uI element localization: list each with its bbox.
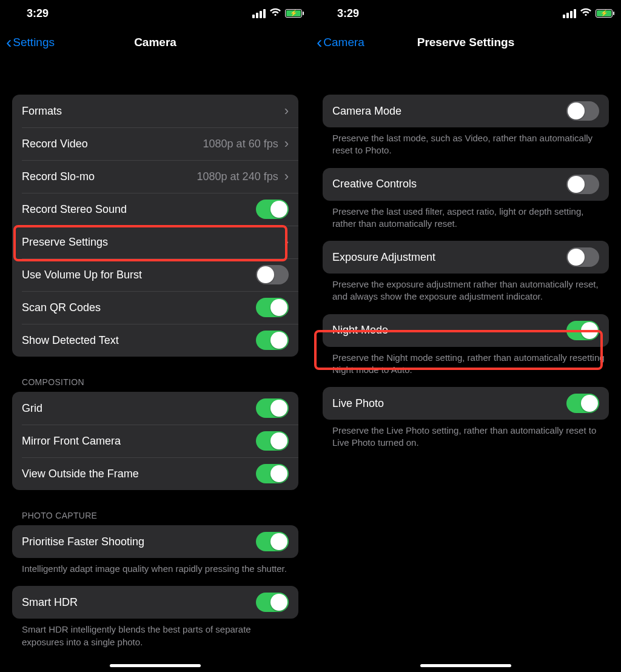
toggle-outside[interactable]	[256, 464, 289, 483]
row-value: 1080p at 60 fps	[203, 138, 278, 150]
section-header-photo-capture: Photo Capture	[22, 511, 298, 520]
row-label: Camera Mode	[332, 105, 401, 118]
row-label: Night Mode	[332, 324, 388, 337]
section-header-composition: Composition	[22, 377, 298, 387]
row-label: Exposure Adjustment	[332, 251, 435, 264]
row-volume-burst: Use Volume Up for Burst	[12, 258, 298, 291]
toggle-smart-hdr[interactable]	[256, 593, 289, 612]
toggle-exposure[interactable]	[566, 247, 599, 267]
nav-header: ‹ Camera Preserve Settings	[310, 27, 621, 58]
settings-content: Camera Mode Preserve the last mode, such…	[310, 95, 621, 474]
chevron-left-icon: ‹	[317, 34, 322, 51]
group-composition: Grid Mirror Front Camera View Outside th…	[12, 392, 298, 490]
battery-icon: ⚡	[596, 9, 613, 18]
group-creative: Creative Controls	[323, 168, 609, 201]
group-exposure: Exposure Adjustment	[323, 241, 609, 274]
group-camera-mode: Camera Mode	[323, 95, 609, 127]
screen-preserve-settings: 3:29 ⚡ ‹ Camera Preserve Settings Camera…	[310, 0, 621, 672]
toggle-volume-burst[interactable]	[256, 265, 289, 284]
footer-prioritise: Intelligently adapt image quality when r…	[12, 558, 298, 575]
home-indicator[interactable]	[420, 664, 511, 667]
group-night: Night Mode	[323, 314, 609, 347]
toggle-creative[interactable]	[566, 175, 599, 194]
row-outside-frame: View Outside the Frame	[12, 457, 298, 490]
settings-content: Formats › Record Video 1080p at 60 fps ›…	[0, 95, 310, 672]
toggle-mirror[interactable]	[256, 431, 289, 451]
chevron-right-icon: ›	[284, 170, 289, 183]
row-grid: Grid	[12, 392, 298, 425]
row-camera-mode: Camera Mode	[323, 95, 609, 127]
status-bar: 3:29 ⚡	[310, 0, 621, 27]
back-button[interactable]: ‹ Camera	[310, 34, 364, 51]
status-time: 3:29	[27, 7, 49, 20]
footer-creative: Preserve the last used filter, aspect ra…	[323, 201, 609, 230]
back-label: Settings	[13, 36, 55, 49]
row-label: Prioritise Faster Shooting	[22, 536, 144, 548]
toggle-grid[interactable]	[256, 398, 289, 418]
home-indicator[interactable]	[110, 664, 201, 667]
cellular-icon	[252, 9, 266, 18]
footer-smart-hdr: Smart HDR intelligently blends the best …	[12, 619, 298, 648]
row-label: Record Stereo Sound	[22, 203, 127, 216]
row-label: Smart HDR	[22, 596, 78, 609]
toggle-prioritise[interactable]	[256, 532, 289, 551]
group-prioritise: Prioritise Faster Shooting	[12, 525, 298, 558]
row-label: Formats	[22, 105, 62, 118]
row-label: Record Video	[22, 138, 88, 150]
row-formats[interactable]: Formats ›	[12, 95, 298, 127]
row-value: 1080p at 240 fps	[197, 170, 278, 183]
row-record-stereo: Record Stereo Sound	[12, 193, 298, 226]
row-smart-hdr: Smart HDR	[12, 586, 298, 619]
row-prioritise: Prioritise Faster Shooting	[12, 525, 298, 558]
back-label: Camera	[323, 36, 364, 49]
row-scan-qr: Scan QR Codes	[12, 291, 298, 324]
row-record-slomo[interactable]: Record Slo-mo 1080p at 240 fps ›	[12, 160, 298, 193]
back-button[interactable]: ‹ Settings	[0, 34, 55, 51]
row-label: Scan QR Codes	[22, 301, 101, 314]
row-night-mode: Night Mode	[323, 314, 609, 347]
row-record-video[interactable]: Record Video 1080p at 60 fps ›	[12, 127, 298, 160]
screen-camera-settings: 3:29 ⚡ ‹ Settings Camera Formats ›	[0, 0, 310, 672]
group-live: Live Photo	[323, 387, 609, 420]
toggle-camera-mode[interactable]	[566, 101, 599, 121]
status-icons: ⚡	[252, 8, 302, 19]
row-live-photo: Live Photo	[323, 387, 609, 420]
chevron-left-icon: ‹	[6, 34, 12, 51]
cellular-icon	[563, 9, 576, 18]
row-label: Live Photo	[332, 397, 384, 410]
chevron-right-icon: ›	[284, 104, 289, 118]
row-label: View Outside the Frame	[22, 468, 139, 480]
footer-exposure: Preserve the exposure adjustment rather …	[323, 274, 609, 303]
row-mirror: Mirror Front Camera	[12, 425, 298, 457]
toggle-record-stereo[interactable]	[256, 200, 289, 219]
toggle-night[interactable]	[566, 321, 599, 340]
row-label: Creative Controls	[332, 178, 417, 190]
row-label: Record Slo-mo	[22, 170, 95, 183]
group-smart-hdr: Smart HDR	[12, 586, 298, 619]
row-preserve-settings[interactable]: Preserve Settings ›	[12, 226, 298, 258]
toggle-scan-qr[interactable]	[256, 298, 289, 317]
row-detected-text: Show Detected Text	[12, 324, 298, 357]
footer-camera-mode: Preserve the last mode, such as Video, r…	[323, 127, 609, 157]
wifi-icon	[580, 8, 592, 19]
row-label: Show Detected Text	[22, 334, 119, 347]
footer-night: Preserve the Night mode setting, rather …	[323, 347, 609, 377]
row-label: Mirror Front Camera	[22, 435, 121, 448]
chevron-right-icon: ›	[284, 137, 289, 150]
row-exposure: Exposure Adjustment	[323, 241, 609, 274]
chevron-right-icon: ›	[284, 235, 289, 249]
row-creative: Creative Controls	[323, 168, 609, 201]
status-icons: ⚡	[563, 8, 613, 19]
footer-live: Preserve the Live Photo setting, rather …	[323, 420, 609, 449]
status-bar: 3:29 ⚡	[0, 0, 310, 27]
group-main: Formats › Record Video 1080p at 60 fps ›…	[12, 95, 298, 357]
status-time: 3:29	[337, 7, 359, 20]
nav-header: ‹ Settings Camera	[0, 27, 310, 58]
row-label: Preserve Settings	[22, 236, 108, 249]
wifi-icon	[269, 8, 281, 19]
toggle-detected-text[interactable]	[256, 331, 289, 350]
row-label: Grid	[22, 402, 42, 415]
toggle-live[interactable]	[566, 394, 599, 413]
row-label: Use Volume Up for Burst	[22, 269, 142, 281]
battery-icon: ⚡	[285, 9, 302, 18]
